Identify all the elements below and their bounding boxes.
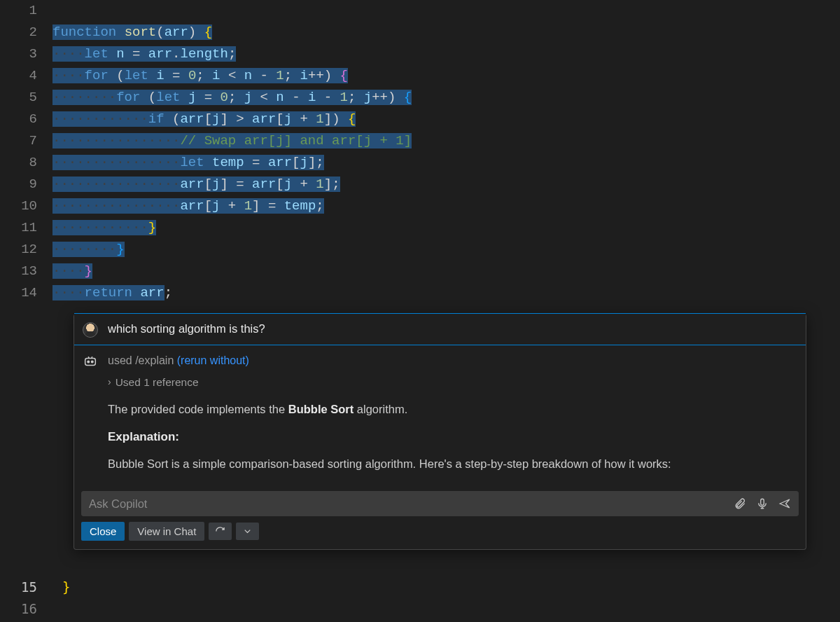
inline-chat-panel: which sorting algorithm is this? used /e…: [74, 314, 806, 550]
microphone-icon[interactable]: [755, 496, 770, 511]
line-number: 8: [0, 152, 37, 174]
line-number: 16: [0, 598, 37, 620]
code-editor-bottom[interactable]: 15 16 }: [0, 576, 70, 620]
more-button[interactable]: [236, 523, 259, 540]
code-line[interactable]: ················// Swap arr[j] and arr[j…: [52, 130, 840, 152]
line-number: 10: [0, 195, 37, 217]
line-number: 4: [0, 65, 37, 87]
code-line[interactable]: ················let temp = arr[j];: [52, 152, 840, 174]
code-line[interactable]: function sort(arr) {: [52, 22, 840, 43]
code-line[interactable]: [52, 0, 840, 22]
chat-actions: Close View in Chat: [74, 522, 806, 549]
reference-toggle[interactable]: ›Used 1 reference: [108, 374, 796, 391]
line-number: 3: [0, 43, 37, 65]
code-line[interactable]: ········for (let j = 0; j < n - i - 1; j…: [52, 87, 840, 109]
user-avatar-icon: [83, 322, 98, 338]
line-number: 1: [0, 0, 37, 22]
line-number: 7: [0, 130, 37, 152]
line-number: 15: [0, 576, 37, 598]
response-heading: Explanation:: [108, 428, 796, 446]
chat-input-row: [81, 491, 799, 516]
copilot-icon: [83, 354, 98, 369]
line-number: 14: [0, 282, 37, 304]
code-line[interactable]: ····}: [52, 261, 840, 282]
view-in-chat-button[interactable]: View in Chat: [129, 522, 204, 541]
svg-point-2: [91, 361, 93, 363]
code-line[interactable]: }: [62, 576, 70, 598]
line-number: 6: [0, 109, 37, 130]
code-line[interactable]: ····return arr;: [52, 282, 840, 304]
code-line[interactable]: ····let n = arr.length;: [52, 43, 840, 65]
code-line[interactable]: ················arr[j + 1] = temp;: [52, 195, 840, 217]
response-paragraph: The provided code implements the Bubble …: [108, 401, 796, 419]
user-question: which sorting algorithm is this?: [108, 321, 796, 338]
rerun-without-link[interactable]: (rerun without): [177, 354, 249, 366]
chat-user-row: which sorting algorithm is this?: [74, 313, 806, 345]
code-line[interactable]: ················arr[j] = arr[j + 1];: [52, 174, 840, 195]
send-icon[interactable]: [777, 496, 792, 511]
regenerate-button[interactable]: [209, 523, 232, 540]
response-meta: used /explain (rerun without): [108, 352, 796, 370]
code-line[interactable]: [62, 598, 70, 620]
line-number: 12: [0, 239, 37, 261]
attach-icon[interactable]: [732, 496, 748, 511]
svg-rect-3: [761, 499, 764, 506]
line-number: 5: [0, 87, 37, 109]
chevron-right-icon: ›: [108, 375, 111, 390]
close-button[interactable]: Close: [81, 522, 125, 541]
svg-point-1: [88, 361, 90, 363]
line-gutter: 1 2 3 4 5 6 7 8 9 10 11 12 13 14: [0, 0, 52, 304]
code-content[interactable]: }: [52, 576, 70, 620]
chat-response-row: used /explain (rerun without) ›Used 1 re…: [74, 345, 806, 487]
response-body: used /explain (rerun without) ›Used 1 re…: [108, 352, 796, 483]
code-line[interactable]: ············}: [52, 217, 840, 239]
code-line[interactable]: ····for (let i = 0; i < n - 1; i++) {: [52, 65, 840, 87]
line-number: 11: [0, 217, 37, 239]
response-paragraph: Bubble Sort is a simple comparison-based…: [108, 455, 796, 474]
svg-rect-0: [85, 358, 96, 365]
line-number: 13: [0, 261, 37, 282]
line-gutter: 15 16: [0, 576, 52, 620]
line-number: 9: [0, 174, 37, 195]
code-line[interactable]: ········}: [52, 239, 840, 261]
code-content[interactable]: function sort(arr) { ····let n = arr.len…: [52, 0, 840, 304]
code-editor[interactable]: 1 2 3 4 5 6 7 8 9 10 11 12 13 14 functio…: [0, 0, 840, 304]
line-number: 2: [0, 22, 37, 43]
chat-input[interactable]: [89, 497, 725, 511]
code-line[interactable]: ············if (arr[j] > arr[j + 1]) {: [52, 109, 840, 130]
